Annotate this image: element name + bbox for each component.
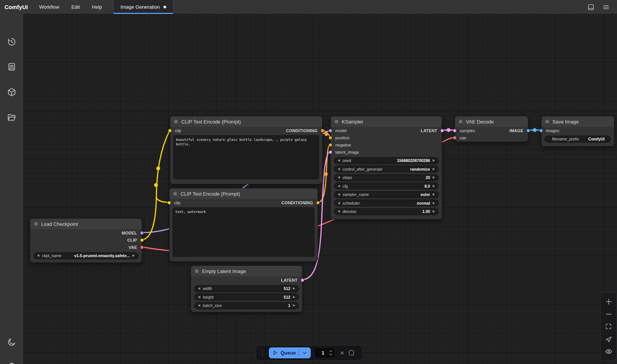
node-empty-latent-image[interactable]: Empty Latent Image LATENT ◀ width 512 ▶ … [191, 265, 302, 312]
node-graph-canvas[interactable] [23, 14, 617, 364]
increment-arrow-icon[interactable]: ▶ [433, 185, 435, 188]
node-library-icon[interactable] [7, 87, 17, 97]
negative-prompt-textarea[interactable]: text, watermark [173, 207, 315, 257]
collapse-dot-icon[interactable] [173, 192, 177, 196]
settings-gear-icon[interactable] [7, 362, 17, 364]
increment-arrow-icon[interactable]: ▶ [293, 304, 295, 307]
zoom-in-icon[interactable] [604, 297, 613, 306]
increment-arrow-icon[interactable]: ▶ [293, 296, 295, 299]
filename-prefix-widget[interactable]: filename_prefix ComfyUI [545, 136, 611, 143]
sampler-name-widget[interactable]: ◀ sampler_name euler ▶ [334, 191, 439, 198]
denoise-widget[interactable]: ◀ denoise 1.00 ▶ [334, 208, 439, 215]
decrement-arrow-icon[interactable]: ◀ [338, 176, 340, 179]
port-model-in[interactable] [329, 129, 332, 133]
node-header[interactable]: CLIP Text Encode (Prompt) [170, 116, 322, 127]
menu-workflow[interactable]: Workflow [33, 0, 65, 14]
bottom-panel-icon[interactable] [586, 2, 596, 12]
collapse-dot-icon[interactable] [459, 120, 463, 123]
port-clip-out[interactable] [140, 238, 144, 242]
scheduler-widget[interactable]: ◀ scheduler normal ▶ [334, 199, 439, 207]
node-save-image[interactable]: Save Image images filename_prefix ComfyU… [541, 116, 614, 147]
node-vae-decode[interactable]: VAE Decode samples IMAGE vae [455, 116, 528, 142]
positive-prompt-textarea[interactable]: beautiful scenery nature glass bottle la… [173, 135, 319, 179]
drag-handle-icon[interactable]: ⋮ [260, 350, 265, 356]
increment-arrow-icon[interactable]: ▶ [433, 202, 435, 205]
workflow-history-icon[interactable] [7, 37, 17, 47]
node-header[interactable]: Load Checkpoint [30, 219, 142, 229]
ckpt-name-widget[interactable]: ◀ ckpt_name v1-5-pruned-emaonly.safete..… [33, 252, 139, 259]
node-header[interactable]: KSampler [331, 116, 442, 127]
node-header[interactable]: Save Image [541, 116, 614, 127]
collapse-dot-icon[interactable] [34, 222, 38, 226]
fit-view-icon[interactable] [604, 322, 613, 331]
batch-size-widget[interactable]: ◀ batch_size 1 ▶ [194, 302, 299, 309]
decrement-arrow-icon[interactable]: ◀ [198, 304, 200, 307]
port-latent-out[interactable] [440, 129, 444, 133]
port-vae-out[interactable] [140, 245, 144, 249]
node-clip-text-encode-negative[interactable]: CLIP Text Encode (Prompt) clip CONDITION… [169, 188, 318, 262]
decrement-arrow-icon[interactable]: ◀ [198, 287, 200, 290]
port-negative-in[interactable] [329, 143, 332, 147]
increment-arrow-icon[interactable]: ▶ [433, 210, 435, 213]
width-widget[interactable]: ◀ width 512 ▶ [194, 285, 299, 292]
decrement-arrow-icon[interactable]: ◀ [338, 210, 340, 213]
port-samples-in[interactable] [453, 129, 457, 133]
node-header[interactable]: CLIP Text Encode (Prompt) [170, 188, 318, 199]
port-image-out[interactable] [526, 129, 530, 133]
port-latent-image-in[interactable] [329, 150, 332, 154]
workflows-folder-icon[interactable] [7, 113, 17, 122]
port-model-out[interactable] [140, 231, 144, 235]
control-after-generate-widget[interactable]: ◀ control_after_generate randomize ▶ [334, 165, 439, 173]
collapse-dot-icon[interactable] [174, 120, 178, 123]
increment-arrow-icon[interactable]: ▶ [133, 254, 135, 257]
port-clip-in[interactable] [167, 201, 171, 205]
port-conditioning-out[interactable] [321, 129, 324, 133]
steps-widget[interactable]: ◀ steps 20 ▶ [334, 174, 439, 181]
collapse-dot-icon[interactable] [335, 120, 338, 123]
tab-image-generation[interactable]: Image Generation [113, 0, 173, 14]
decrement-arrow-icon[interactable]: ◀ [338, 159, 340, 162]
node-clip-text-encode-positive[interactable]: CLIP Text Encode (Prompt) clip CONDITION… [170, 116, 322, 184]
port-vae-in[interactable] [453, 136, 457, 140]
node-header[interactable]: VAE Decode [455, 116, 528, 127]
increment-arrow-icon[interactable]: ▶ [433, 176, 435, 179]
port-images-in[interactable] [539, 129, 543, 133]
zoom-out-icon[interactable] [604, 310, 613, 319]
collapse-dot-icon[interactable] [195, 269, 199, 273]
increment-arrow-icon[interactable]: ▶ [433, 159, 435, 162]
spinner-up-icon[interactable] [329, 350, 333, 352]
height-widget[interactable]: ◀ height 512 ▶ [194, 293, 299, 301]
decrement-arrow-icon[interactable]: ◀ [338, 185, 340, 188]
queue-button[interactable]: Queue [269, 347, 311, 358]
increment-arrow-icon[interactable]: ▶ [433, 168, 435, 171]
spinner-down-icon[interactable] [329, 353, 333, 356]
port-clip-in[interactable] [168, 129, 172, 133]
queue-log-icon[interactable] [7, 62, 17, 72]
clear-queue-icon[interactable]: × [339, 349, 345, 356]
collapse-dot-icon[interactable] [545, 120, 549, 123]
seed-widget[interactable]: ◀ seed 156680208700286 ▶ [334, 157, 439, 164]
chevron-down-icon[interactable] [302, 350, 307, 355]
node-header[interactable]: Empty Latent Image [191, 266, 302, 276]
increment-arrow-icon[interactable]: ▶ [433, 193, 435, 196]
port-conditioning-out[interactable] [316, 201, 320, 205]
menu-help[interactable]: Help [86, 0, 108, 14]
node-load-checkpoint[interactable]: Load Checkpoint MODEL CLIP VAE ◀ ckpt_na… [30, 218, 142, 263]
menu-icon[interactable] [601, 2, 611, 12]
decrement-arrow-icon[interactable]: ◀ [338, 202, 340, 205]
port-latent-out[interactable] [301, 278, 304, 282]
batch-count-input[interactable]: 1 [314, 347, 335, 358]
decrement-arrow-icon[interactable]: ◀ [338, 168, 340, 171]
node-ksampler[interactable]: KSampler model LATENT positive negative … [330, 116, 442, 219]
theme-toggle-moon-icon[interactable] [7, 337, 17, 347]
decrement-arrow-icon[interactable]: ◀ [338, 193, 340, 196]
decrement-arrow-icon[interactable]: ◀ [198, 296, 200, 299]
port-positive-in[interactable] [329, 136, 332, 140]
decrement-arrow-icon[interactable]: ◀ [37, 254, 39, 257]
toggle-link-visibility-icon[interactable] [604, 347, 613, 356]
menu-edit[interactable]: Edit [65, 0, 86, 14]
increment-arrow-icon[interactable]: ▶ [293, 287, 295, 290]
cfg-widget[interactable]: ◀ cfg 8.0 ▶ [334, 182, 439, 190]
select-mode-icon[interactable] [604, 335, 613, 344]
stop-icon[interactable] [349, 350, 354, 355]
